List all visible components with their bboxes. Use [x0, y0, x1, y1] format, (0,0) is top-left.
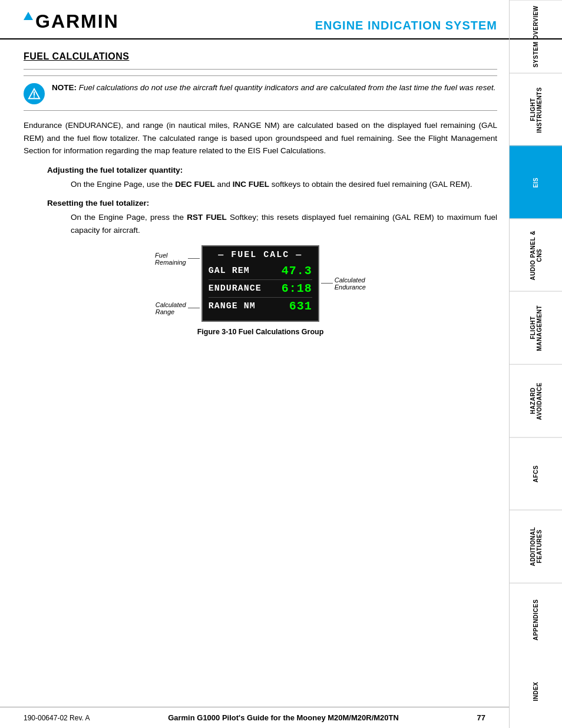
sub-body-1: On the Engine Page, use the DEC FUEL and… [71, 178, 497, 191]
footer-page: 77 [477, 713, 485, 722]
garmin-triangle-icon [24, 12, 33, 20]
page-footer: 190-00647-02 Rev. A Garmin G1000 Pilot's… [0, 707, 509, 728]
page-header: GARMIN ENGINE INDICATION SYSTEM [0, 0, 562, 39]
logo-area: GARMIN [24, 11, 119, 32]
left-labels: FuelRemaining CalculatedRange [155, 246, 201, 321]
sidebar-tab-flight-management[interactable]: FLIGHT MANAGEMENT [510, 291, 562, 364]
main-content: FUEL CALCULATIONS NOTE: Fuel calculation… [0, 39, 562, 356]
note-text: NOTE: Fuel calculations do not use the a… [52, 82, 495, 94]
fuel-value-0: 47.3 [282, 264, 312, 278]
page-header-title: ENGINE INDICATION SYSTEM [315, 19, 497, 32]
sidebar-tab-index[interactable]: INDEX [510, 655, 562, 728]
sidebar: SYSTEM OVERVIEWFLIGHT INSTRUMENTSEISAUDI… [509, 0, 562, 728]
fuel-value-2: 631 [289, 299, 312, 313]
fuel-row-0: GAL REM 47.3 [209, 262, 312, 280]
sidebar-tab-eis[interactable]: EIS [510, 146, 562, 219]
connector-fuel-remaining [188, 258, 200, 259]
left-label-calc-range: CalculatedRange [155, 295, 201, 321]
fuel-value-1: 6:18 [282, 282, 312, 295]
sidebar-tab-additional-features[interactable]: ADDITIONAL FEATURES [510, 510, 562, 583]
fuel-label-2: RANGE NM [209, 301, 256, 311]
fuel-label-0: GAL REM [209, 266, 250, 276]
note-label: NOTE: [52, 83, 77, 92]
connector-calc-endurance [321, 283, 333, 284]
sidebar-tab-afcs[interactable]: AFCS [510, 437, 562, 510]
rst-fuel-label: RST FUEL [187, 213, 226, 222]
fuel-row-2: RANGE NM 631 [209, 298, 312, 315]
figure-caption: Figure 3-10 Fuel Calculations Group [24, 328, 497, 336]
sub-body-2: On the Engine Page, press the RST FUEL S… [71, 211, 497, 236]
sidebar-tab-system-overview[interactable]: SYSTEM OVERVIEW [510, 0, 562, 73]
left-label-fuel-remaining: FuelRemaining [155, 246, 201, 272]
inc-fuel-label: INC FUEL [233, 180, 269, 189]
dec-fuel-label: DEC FUEL [175, 180, 215, 189]
sidebar-tab-hazard-avoidance[interactable]: HAZARD AVOIDANCE [510, 364, 562, 437]
svg-point-1 [34, 96, 35, 97]
fuel-row-1: ENDURANCE 6:18 [209, 280, 312, 298]
fuel-label-1: ENDURANCE [209, 284, 262, 294]
section-title: FUEL CALCULATIONS [24, 51, 497, 62]
sub-heading-1: Adjusting the fuel totalizer quantity: [47, 166, 497, 174]
sub-heading-2: Resetting the fuel totalizer: [47, 199, 497, 207]
sidebar-tab-appendices[interactable]: APPENDICES [510, 583, 562, 656]
warning-icon [24, 83, 45, 104]
body-paragraph-1: Endurance (ENDURANCE), and range (in nau… [24, 119, 497, 157]
connector-calc-range [188, 308, 200, 308]
sidebar-tab-flight-instruments[interactable]: FLIGHT INSTRUMENTS [510, 73, 562, 146]
right-labels: CalculatedEndurance [319, 246, 366, 321]
footer-left: 190-00647-02 Rev. A [24, 714, 90, 722]
fuel-calc-title: ― FUEL CALC ― [209, 250, 312, 260]
garmin-logo: GARMIN [35, 11, 119, 32]
fuel-calc-display: ― FUEL CALC ― GAL REM 47.3 ENDURANCE 6:1… [201, 245, 319, 322]
footer-center: Garmin G1000 Pilot's Guide for the Moone… [168, 713, 399, 722]
diagram-container: FuelRemaining CalculatedRange ― FUEL CAL… [24, 245, 497, 322]
right-label-calc-endurance: CalculatedEndurance [319, 272, 366, 295]
section-divider [24, 69, 497, 70]
note-box: NOTE: Fuel calculations do not use the a… [24, 75, 497, 111]
sidebar-tab-audio-panel-&-cns[interactable]: AUDIO PANEL & CNS [510, 219, 562, 292]
